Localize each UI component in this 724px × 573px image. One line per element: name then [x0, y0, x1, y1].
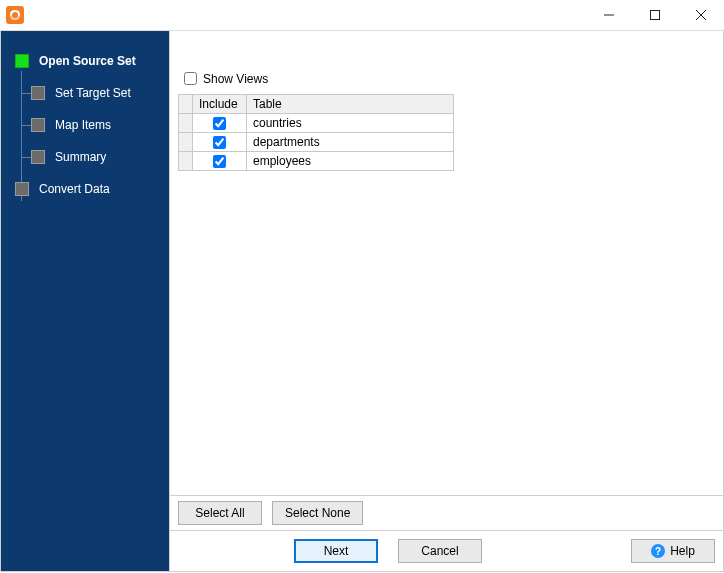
- help-label: Help: [670, 544, 695, 558]
- wizard-button-bar: Next Cancel ? Help: [170, 530, 723, 571]
- step-marker-icon: [15, 182, 29, 196]
- step-label: Open Source Set: [39, 54, 136, 68]
- minimize-button[interactable]: [586, 0, 632, 30]
- minimize-icon: [604, 10, 614, 20]
- step-marker-icon: [31, 118, 45, 132]
- cancel-button[interactable]: Cancel: [398, 539, 482, 563]
- select-all-button[interactable]: Select All: [178, 501, 262, 525]
- show-views-checkbox[interactable]: Show Views: [180, 69, 715, 88]
- wizard-step[interactable]: Map Items: [1, 109, 169, 141]
- close-icon: [696, 10, 706, 20]
- maximize-icon: [650, 10, 660, 20]
- main-pane: Show Views Include Table countriesdepart…: [170, 31, 723, 495]
- include-checkbox[interactable]: [213, 155, 226, 168]
- wizard-step[interactable]: Open Source Set: [1, 45, 169, 77]
- row-selector[interactable]: [179, 152, 193, 171]
- wizard-sidebar: Open Source SetSet Target SetMap ItemsSu…: [1, 31, 169, 571]
- next-button[interactable]: Next: [294, 539, 378, 563]
- table-row[interactable]: countries: [179, 114, 454, 133]
- step-marker-icon: [15, 54, 29, 68]
- include-cell[interactable]: [193, 152, 247, 171]
- include-checkbox[interactable]: [213, 117, 226, 130]
- step-marker-icon: [31, 86, 45, 100]
- table-row[interactable]: departments: [179, 133, 454, 152]
- column-header-table[interactable]: Table: [247, 95, 454, 114]
- help-icon: ?: [651, 544, 665, 558]
- step-label: Map Items: [55, 118, 111, 132]
- show-views-input[interactable]: [184, 72, 197, 85]
- selection-bar: Select All Select None: [170, 495, 723, 530]
- app-icon: [6, 6, 24, 24]
- column-header-include[interactable]: Include: [193, 95, 247, 114]
- table-name-cell: employees: [247, 152, 454, 171]
- wizard-step[interactable]: Summary: [1, 141, 169, 173]
- grid-corner: [179, 95, 193, 114]
- tables-grid: Include Table countriesdepartmentsemploy…: [178, 94, 454, 171]
- table-name-cell: countries: [247, 114, 454, 133]
- close-button[interactable]: [678, 0, 724, 30]
- window-controls: [586, 0, 724, 30]
- row-selector[interactable]: [179, 114, 193, 133]
- wizard-step[interactable]: Set Target Set: [1, 77, 169, 109]
- include-cell[interactable]: [193, 114, 247, 133]
- include-cell[interactable]: [193, 133, 247, 152]
- select-none-button[interactable]: Select None: [272, 501, 363, 525]
- step-label: Summary: [55, 150, 106, 164]
- include-checkbox[interactable]: [213, 136, 226, 149]
- maximize-button[interactable]: [632, 0, 678, 30]
- titlebar: [0, 0, 724, 31]
- show-views-label: Show Views: [203, 72, 268, 86]
- step-label: Convert Data: [39, 182, 110, 196]
- row-selector[interactable]: [179, 133, 193, 152]
- table-name-cell: departments: [247, 133, 454, 152]
- help-button[interactable]: ? Help: [631, 539, 715, 563]
- wizard-step[interactable]: Convert Data: [1, 173, 169, 205]
- svg-rect-1: [651, 11, 660, 20]
- step-label: Set Target Set: [55, 86, 131, 100]
- step-marker-icon: [31, 150, 45, 164]
- table-row[interactable]: employees: [179, 152, 454, 171]
